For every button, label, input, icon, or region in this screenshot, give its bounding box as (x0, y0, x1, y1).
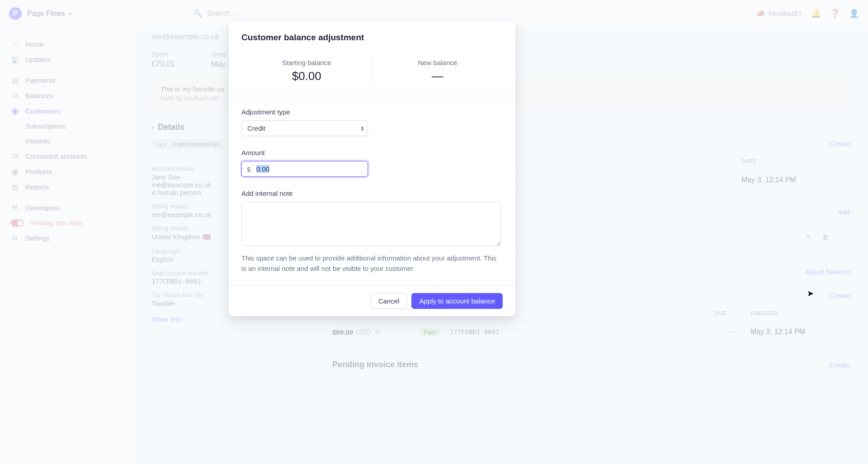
balance-adjustment-modal: Customer balance adjustment Starting bal… (229, 22, 515, 316)
amount-label: Amount (241, 149, 503, 156)
amount-input[interactable] (241, 161, 368, 177)
new-balance-value: — (373, 69, 503, 83)
adjustment-type-select[interactable]: Credit (241, 120, 368, 136)
note-textarea[interactable] (241, 202, 501, 246)
amount-prefix: $ (247, 165, 250, 173)
adjustment-type-label: Adjustment type (241, 108, 503, 116)
new-balance-label: New balance (373, 59, 503, 66)
note-label: Add internal note (241, 189, 503, 197)
modal-title: Customer balance adjustment (241, 33, 503, 43)
starting-balance-value: $0.00 (241, 69, 372, 83)
cancel-button[interactable]: Cancel (371, 293, 407, 309)
apply-button[interactable]: Apply to account balance (411, 293, 503, 309)
starting-balance-label: Starting balance (241, 59, 372, 66)
note-help-text: This space can be used to provide additi… (241, 253, 501, 274)
